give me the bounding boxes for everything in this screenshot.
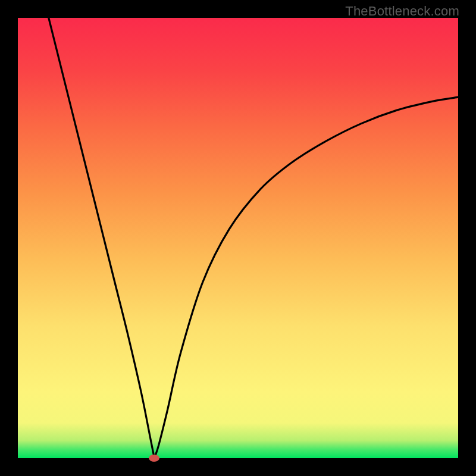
bottleneck-curve [18, 18, 458, 458]
watermark-text: TheBottleneck.com [345, 4, 459, 19]
plot-area [18, 18, 458, 458]
chart-frame: TheBottleneck.com [0, 0, 476, 476]
optimum-marker [149, 455, 159, 462]
